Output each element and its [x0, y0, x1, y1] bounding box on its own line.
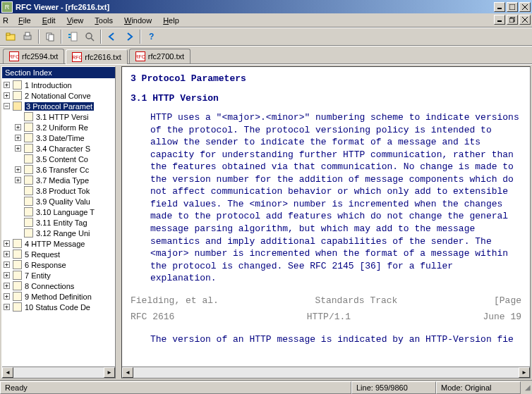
- document-tab[interactable]: RFCrfc2594.txt: [3, 49, 64, 63]
- content-hscroll[interactable]: ◄ ►: [122, 367, 530, 378]
- open-button[interactable]: [3, 29, 18, 44]
- tree-node[interactable]: 3.11 Entity Tag: [15, 217, 114, 228]
- maximize-button[interactable]: [507, 2, 518, 12]
- tree-node[interactable]: +3.3 Date/Time: [15, 133, 114, 143]
- tree-label[interactable]: 3.1 HTTP Versi: [36, 113, 88, 121]
- tree-node[interactable]: +2 Notational Conve: [4, 90, 114, 101]
- expand-icon[interactable]: +: [4, 261, 10, 268]
- tree-node[interactable]: +9 Method Definition: [4, 291, 114, 302]
- tree-label[interactable]: 7 Entity: [25, 271, 51, 280]
- tree-node[interactable]: 3.10 Language T: [15, 207, 114, 217]
- expand-icon[interactable]: +: [4, 82, 10, 88]
- tree-node[interactable]: −3 Protocol Paramet: [4, 101, 114, 111]
- scroll-right-button[interactable]: ►: [104, 367, 115, 378]
- expand-icon[interactable]: +: [4, 240, 10, 247]
- scroll-track[interactable]: [133, 367, 519, 378]
- menu-window[interactable]: Window: [119, 15, 157, 26]
- tree-label[interactable]: 3.9 Quality Valu: [36, 197, 90, 206]
- tree-node[interactable]: 3.5 Content Co: [15, 154, 114, 164]
- svg-rect-15: [71, 32, 77, 41]
- expand-icon[interactable]: +: [15, 166, 21, 173]
- tree-label[interactable]: 4 HTTP Message: [25, 240, 85, 248]
- copy-button[interactable]: [42, 29, 58, 44]
- section-tree[interactable]: +1 Introduction+2 Notational Conve−3 Pro…: [2, 78, 115, 367]
- tree-label[interactable]: 3.7 Media Type: [36, 176, 89, 185]
- tree-node[interactable]: +7 Entity: [4, 270, 114, 281]
- tree-label[interactable]: 3.10 Language T: [36, 208, 95, 216]
- scroll-track[interactable]: [13, 367, 104, 378]
- tree-label[interactable]: 5 Request: [25, 250, 60, 259]
- index-button[interactable]: [65, 29, 80, 44]
- forward-button[interactable]: [121, 29, 137, 44]
- tree-node[interactable]: +4 HTTP Message: [4, 238, 114, 249]
- tree-label[interactable]: 3.11 Entity Tag: [36, 218, 87, 227]
- menu-view[interactable]: View: [61, 15, 90, 26]
- tree-label[interactable]: 3.5 Content Co: [36, 155, 88, 164]
- tree-label[interactable]: 3.8 Product Tok: [36, 187, 90, 195]
- splitter[interactable]: [117, 65, 120, 380]
- expand-icon[interactable]: +: [4, 293, 10, 300]
- menu-help[interactable]: Help: [157, 15, 185, 26]
- tree-node[interactable]: +3.6 Transfer Cc: [15, 164, 114, 175]
- scroll-left-button[interactable]: ◄: [122, 367, 133, 378]
- expand-icon[interactable]: +: [4, 272, 10, 278]
- menu-file[interactable]: File: [13, 15, 37, 26]
- document-tab[interactable]: RFCrfc2700.txt: [129, 49, 191, 63]
- tree-label[interactable]: 3.3 Date/Time: [36, 134, 85, 142]
- tree-node[interactable]: 3.12 Range Uni: [15, 228, 114, 238]
- tree-node[interactable]: 3.1 HTTP Versi: [15, 111, 114, 122]
- tree-label[interactable]: 3 Protocol Paramet: [25, 102, 94, 111]
- mdi-minimize-button[interactable]: [494, 15, 505, 25]
- tree-node[interactable]: +8 Connections: [4, 281, 114, 291]
- expand-icon[interactable]: +: [15, 124, 21, 130]
- resize-grip[interactable]: ◢: [521, 382, 532, 393]
- expand-icon[interactable]: +: [15, 177, 21, 183]
- tree-label[interactable]: 2 Notational Conve: [25, 92, 91, 100]
- menu-tools[interactable]: Tools: [89, 15, 119, 26]
- tree-label[interactable]: 3.12 Range Uni: [36, 229, 90, 238]
- tree-label[interactable]: 9 Method Definition: [25, 293, 92, 301]
- tree-label[interactable]: 1 Introduction: [25, 81, 72, 90]
- content-panel: 3 Protocol Parameters 3.1 HTTP Version H…: [121, 66, 531, 378]
- menu-edit[interactable]: Edit: [37, 15, 61, 26]
- search-button[interactable]: [82, 29, 97, 44]
- document-content[interactable]: 3 Protocol Parameters 3.1 HTTP Version H…: [122, 67, 530, 367]
- scroll-right-button[interactable]: ►: [519, 367, 530, 378]
- tree-node[interactable]: +10 Status Code De: [4, 302, 114, 312]
- expand-icon[interactable]: +: [4, 251, 10, 257]
- close-button[interactable]: [519, 2, 531, 12]
- scroll-left-button[interactable]: ◄: [2, 367, 13, 378]
- tree-node[interactable]: +5 Request: [4, 249, 114, 259]
- expand-icon[interactable]: +: [15, 135, 21, 141]
- tree-label[interactable]: 3.2 Uniform Re: [36, 123, 88, 132]
- print-button[interactable]: [20, 29, 35, 44]
- expand-icon[interactable]: +: [4, 92, 10, 99]
- collapse-icon[interactable]: −: [4, 103, 10, 109]
- page-icon: [24, 218, 33, 227]
- mdi-restore-button[interactable]: [507, 15, 518, 25]
- expand-icon[interactable]: +: [4, 283, 10, 289]
- tree-label[interactable]: 3.4 Character S: [36, 144, 90, 153]
- page-icon: [13, 271, 22, 280]
- tree-label[interactable]: 3.6 Transfer Cc: [36, 166, 89, 174]
- tree-node[interactable]: 3.9 Quality Valu: [15, 196, 114, 207]
- tree-node[interactable]: +1 Introduction: [4, 80, 114, 90]
- sidebar-hscroll[interactable]: ◄ ►: [2, 367, 115, 378]
- minimize-button[interactable]: [494, 2, 505, 12]
- tree-node[interactable]: +3.2 Uniform Re: [15, 122, 114, 133]
- tree-node[interactable]: +3.7 Media Type: [15, 175, 114, 185]
- tree-label[interactable]: 6 Response: [25, 261, 66, 269]
- tree-label[interactable]: 10 Status Code De: [25, 303, 90, 312]
- tree-label[interactable]: 8 Connections: [25, 282, 74, 290]
- expand-icon[interactable]: +: [15, 145, 21, 152]
- window-title: RFC Viewer - [rfc2616.txt]: [16, 3, 494, 11]
- document-tab[interactable]: RFCrfc2616.txt: [66, 49, 127, 64]
- back-button[interactable]: [104, 29, 120, 44]
- svg-rect-12: [25, 32, 30, 36]
- help-button[interactable]: ?: [144, 29, 159, 44]
- tree-node[interactable]: +3.4 Character S: [15, 143, 114, 154]
- mdi-close-button[interactable]: [519, 15, 531, 25]
- expand-icon[interactable]: +: [4, 304, 10, 310]
- tree-node[interactable]: 3.8 Product Tok: [15, 185, 114, 196]
- tree-node[interactable]: +6 Response: [4, 259, 114, 270]
